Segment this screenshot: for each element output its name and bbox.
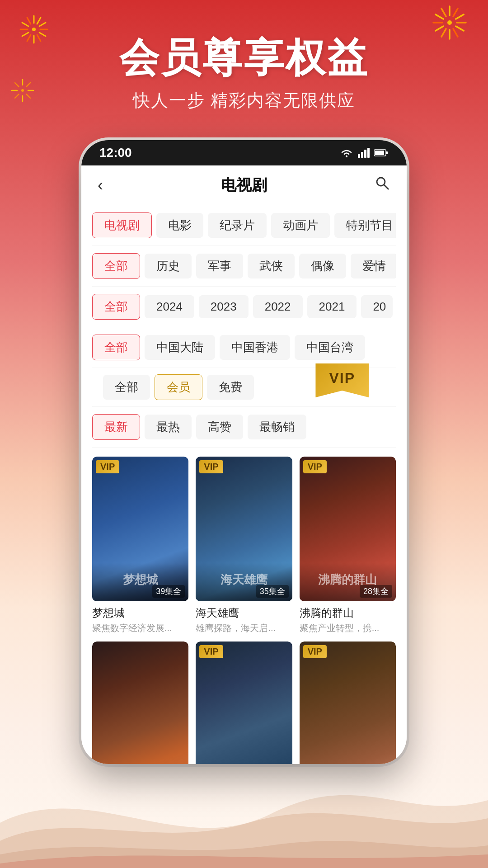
- card-desc-2: 雄鹰探路，海天启...: [196, 622, 292, 634]
- svg-rect-42: [375, 151, 384, 155]
- card-title-1: 梦想城: [92, 606, 188, 620]
- filter-chip-newest[interactable]: 最新: [92, 414, 140, 440]
- signal-icon: [358, 148, 370, 158]
- card-episodes-3: 28集全: [360, 585, 392, 598]
- svg-line-2: [37, 18, 41, 24]
- nav-bar: ‹ 电视剧: [81, 165, 407, 205]
- filter-chip-special[interactable]: 特别节目: [334, 213, 396, 238]
- svg-point-35: [346, 156, 347, 157]
- filter-chip-all-membership[interactable]: 全部: [103, 375, 150, 400]
- filter-chip-movie[interactable]: 电影: [156, 213, 203, 238]
- card-vip-badge-1: VIP: [96, 460, 119, 473]
- card-desc-1: 聚焦数字经济发展...: [92, 622, 188, 634]
- svg-line-5: [39, 33, 46, 36]
- filter-chip-2024[interactable]: 2024: [145, 295, 194, 318]
- card-thumb-2: 海天雄鹰 VIP 35集全: [196, 457, 292, 601]
- svg-point-13: [447, 20, 452, 25]
- filter-chip-tw[interactable]: 中国台湾: [295, 335, 365, 360]
- filter-chip-hottest[interactable]: 最热: [145, 415, 192, 439]
- filter-row-year: 全部 2024 2023 2022 2021 20: [92, 287, 396, 327]
- filter-chip-mainland[interactable]: 中国大陆: [145, 335, 215, 360]
- wifi-icon: [340, 148, 353, 158]
- filter-chip-idol[interactable]: 偶像: [299, 254, 346, 278]
- status-bar: 12:00: [81, 140, 407, 165]
- card-thumb-text-4: [92, 764, 188, 764]
- card-vip-badge-3: VIP: [303, 460, 327, 473]
- card-2[interactable]: 海天雄鹰 VIP 35集全 海天雄鹰 雄鹰探路，海天启...: [196, 457, 292, 634]
- filter-row-sort: 最新 最热 高赞 最畅销: [92, 407, 396, 448]
- card-vip-badge-6: VIP: [303, 645, 327, 658]
- status-icons: [340, 148, 389, 158]
- filter-chip-2020[interactable]: 20: [361, 295, 393, 318]
- svg-rect-41: [386, 151, 388, 154]
- filter-chip-history[interactable]: 历史: [145, 254, 192, 278]
- card-vip-badge-2: VIP: [199, 460, 223, 473]
- filter-row-region: 全部 中国大陆 中国香港 中国台湾: [92, 327, 396, 368]
- hero-subtitle: 快人一步 精彩内容无限供应: [0, 89, 488, 112]
- filter-section: 电视剧 电影 纪录片 动画片 特别节目 全部 历史 军事 武侠 偶像 爱情 全部…: [81, 205, 407, 448]
- filter-row-membership: 全部 会员 免费 VIP: [92, 368, 396, 407]
- card-6[interactable]: VIP: [300, 642, 396, 764]
- phone-mockup: 12:00: [81, 140, 407, 764]
- filter-chip-documentary[interactable]: 纪录片: [208, 213, 267, 238]
- filter-chip-military[interactable]: 军事: [196, 254, 243, 278]
- card-1[interactable]: 梦想城 VIP 39集全 梦想城 聚焦数字经济发展...: [92, 457, 188, 634]
- card-title-3: 沸腾的群山: [300, 606, 396, 620]
- filter-chip-wuxia[interactable]: 武侠: [248, 254, 295, 278]
- filter-chip-top-rated[interactable]: 高赞: [196, 415, 243, 439]
- page-title: 电视剧: [221, 175, 267, 196]
- card-4[interactable]: [92, 642, 188, 764]
- svg-point-0: [32, 28, 36, 31]
- svg-line-25: [441, 9, 446, 16]
- svg-line-15: [453, 9, 458, 16]
- back-button[interactable]: ‹: [98, 176, 125, 195]
- status-time: 12:00: [99, 146, 132, 160]
- svg-line-3: [39, 23, 46, 26]
- filter-chip-all-year[interactable]: 全部: [92, 294, 140, 320]
- filter-chip-hk[interactable]: 中国香港: [220, 335, 290, 360]
- card-thumb-5: VIP: [196, 642, 292, 764]
- card-desc-3: 聚焦产业转型，携...: [300, 622, 396, 634]
- hero-section: 会员尊享权益 快人一步 精彩内容无限供应: [0, 36, 488, 112]
- svg-rect-38: [364, 150, 366, 158]
- search-button[interactable]: [363, 175, 390, 195]
- filter-chip-all-region[interactable]: 全部: [92, 335, 140, 360]
- svg-line-21: [441, 29, 446, 37]
- hero-title: 会员尊享权益: [0, 36, 488, 80]
- svg-line-22: [436, 26, 443, 31]
- phone-screen: ‹ 电视剧 电视剧 电影 纪录片 动画片 特别节目 全部 历史: [81, 165, 407, 764]
- filter-row-genre: 全部 历史 军事 武侠 偶像 爱情: [92, 246, 396, 287]
- filter-chip-2022[interactable]: 2022: [253, 295, 303, 318]
- filter-chip-bestseller[interactable]: 最畅销: [248, 415, 306, 439]
- card-thumb-3: 沸腾的群山 VIP 28集全: [300, 457, 396, 601]
- card-thumb-4: [92, 642, 188, 764]
- card-episodes-2: 35集全: [256, 585, 289, 598]
- battery-icon: [374, 149, 389, 157]
- svg-line-18: [456, 26, 464, 31]
- vip-fold-banner: VIP: [315, 363, 369, 397]
- svg-line-44: [384, 185, 389, 189]
- filter-chip-2023[interactable]: 2023: [199, 295, 249, 318]
- card-episodes-1: 39集全: [152, 585, 185, 598]
- filter-chip-2021[interactable]: 2021: [307, 295, 357, 318]
- card-5[interactable]: VIP: [196, 642, 292, 764]
- svg-line-19: [453, 29, 458, 37]
- card-thumb-6: VIP: [300, 642, 396, 764]
- filter-chip-all-genre[interactable]: 全部: [92, 253, 140, 279]
- filter-chip-vip[interactable]: 会员: [155, 374, 202, 400]
- svg-point-43: [377, 178, 385, 186]
- svg-line-12: [27, 18, 31, 24]
- svg-rect-37: [361, 152, 363, 158]
- card-thumb-1: 梦想城 VIP 39集全: [92, 457, 188, 601]
- svg-line-9: [22, 33, 28, 36]
- filter-chip-romance[interactable]: 爱情: [351, 254, 396, 278]
- filter-chip-free[interactable]: 免费: [207, 375, 254, 400]
- filter-row-category: 电视剧 电影 纪录片 动画片 特别节目: [92, 205, 396, 246]
- card-3[interactable]: 沸腾的群山 VIP 28集全 沸腾的群山 聚焦产业转型，携...: [300, 457, 396, 634]
- svg-line-16: [456, 14, 464, 19]
- filter-chip-animation[interactable]: 动画片: [271, 213, 330, 238]
- card-vip-badge-5: VIP: [199, 645, 223, 658]
- svg-rect-39: [367, 148, 370, 158]
- svg-line-11: [22, 23, 28, 26]
- filter-chip-tv-drama[interactable]: 电视剧: [92, 212, 152, 238]
